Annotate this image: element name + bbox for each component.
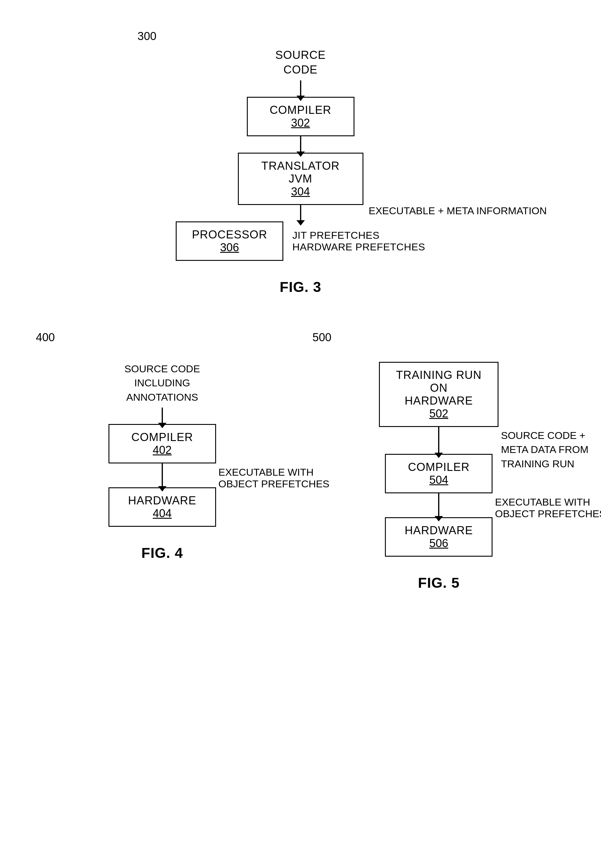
fig3-section: 300 SOURCE CODE COMPILER 302 TRANSLATOR …	[24, 30, 577, 295]
fig3-ref-label: 300	[137, 30, 156, 43]
fig3-arrow3-row: EXECUTABLE + META INFORMATION	[300, 205, 301, 221]
fig3-translator-box: TRANSLATOR JVM 304	[238, 153, 363, 205]
fig3-title: FIG. 3	[280, 279, 321, 295]
fig4-hardware-label: HARDWARE	[128, 494, 196, 507]
fig5-training-num: 502	[429, 407, 448, 420]
fig3-processor-label: PROCESSOR	[192, 228, 267, 241]
fig4-hardware-num: 404	[153, 507, 172, 520]
fig4-arrow2-row: EXECUTABLE WITH OBJECT PREFETCHES	[162, 463, 163, 487]
bottom-section: 400 SOURCE CODE INCLUDING ANNOTATIONS CO…	[24, 331, 577, 591]
fig4-arrow2	[162, 463, 163, 487]
fig3-hw-label: HARDWARE PREFETCHES	[292, 241, 425, 253]
fig3-translator-num: 304	[291, 185, 310, 198]
fig5-arrow1	[438, 427, 439, 454]
fig5-arrow2	[438, 493, 439, 517]
fig3-side-labels: JIT PREFETCHES HARDWARE PREFETCHES	[292, 230, 425, 253]
fig4-source-label: SOURCE CODE INCLUDING ANNOTATIONS	[124, 362, 200, 405]
fig5-compiler-box: COMPILER 504	[385, 454, 493, 493]
fig4-title: FIG. 4	[141, 545, 183, 561]
fig5-training-box: TRAINING RUN ON HARDWARE 502	[379, 362, 499, 427]
fig4-hardware-box: HARDWARE 404	[108, 487, 216, 527]
fig3-translator-label: TRANSLATOR JVM	[251, 160, 351, 185]
fig5-hardware-label: HARDWARE	[405, 524, 473, 537]
fig3-diagram: SOURCE CODE COMPILER 302 TRANSLATOR JVM …	[176, 48, 425, 261]
fig5-title: FIG. 5	[418, 574, 460, 591]
fig4-diagram: SOURCE CODE INCLUDING ANNOTATIONS COMPIL…	[108, 362, 216, 527]
fig4-ref-label: 400	[36, 331, 55, 344]
fig5-arrow2-row: EXECUTABLE WITH OBJECT PREFETCHES	[438, 493, 439, 517]
fig5-exec-label: EXECUTABLE WITH OBJECT PREFETCHES	[495, 496, 601, 519]
arrow2	[300, 136, 301, 153]
fig5-section: 500 TRAINING RUN ON HARDWARE 502 SOURCE …	[300, 331, 577, 591]
fig5-hardware-num: 506	[429, 537, 448, 550]
fig3-processor-row: PROCESSOR 306 JIT PREFETCHES HARDWARE PR…	[176, 221, 425, 261]
fig5-hardware-box: HARDWARE 506	[385, 517, 493, 557]
arrow3	[300, 205, 301, 221]
fig4-section: 400 SOURCE CODE INCLUDING ANNOTATIONS CO…	[24, 331, 300, 561]
fig4-compiler-num: 402	[153, 444, 172, 457]
fig3-jit-label: JIT PREFETCHES	[292, 230, 425, 241]
fig3-compiler-label: COMPILER	[270, 104, 331, 117]
fig5-training-label2: HARDWARE	[405, 394, 473, 407]
fig4-compiler-box: COMPILER 402	[108, 424, 216, 463]
fig3-compiler-box: COMPILER 302	[247, 97, 354, 136]
fig3-source-code-text: SOURCE CODE	[275, 48, 326, 78]
fig5-source-meta-label: SOURCE CODE + META DATA FROM TRAINING RU…	[501, 428, 589, 471]
fig5-diagram: TRAINING RUN ON HARDWARE 502 SOURCE CODE…	[379, 362, 499, 557]
fig5-compiler-num: 504	[429, 474, 448, 486]
fig5-training-label1: TRAINING RUN ON	[392, 369, 486, 394]
fig4-arrow1	[162, 408, 163, 424]
fig5-ref-label: 500	[313, 331, 331, 344]
arrow1	[300, 81, 301, 97]
fig3-processor-num: 306	[220, 241, 239, 254]
fig3-arrow3-col	[300, 205, 301, 221]
fig3-compiler-num: 302	[291, 117, 310, 129]
fig3-meta-label: EXECUTABLE + META INFORMATION	[369, 205, 547, 217]
fig3-processor-box: PROCESSOR 306	[176, 221, 283, 261]
fig5-compiler-label: COMPILER	[408, 461, 470, 474]
fig4-compiler-label: COMPILER	[131, 431, 193, 444]
fig5-arrow1-row: SOURCE CODE + META DATA FROM TRAINING RU…	[438, 427, 439, 454]
page: 300 SOURCE CODE COMPILER 302 TRANSLATOR …	[0, 0, 601, 868]
